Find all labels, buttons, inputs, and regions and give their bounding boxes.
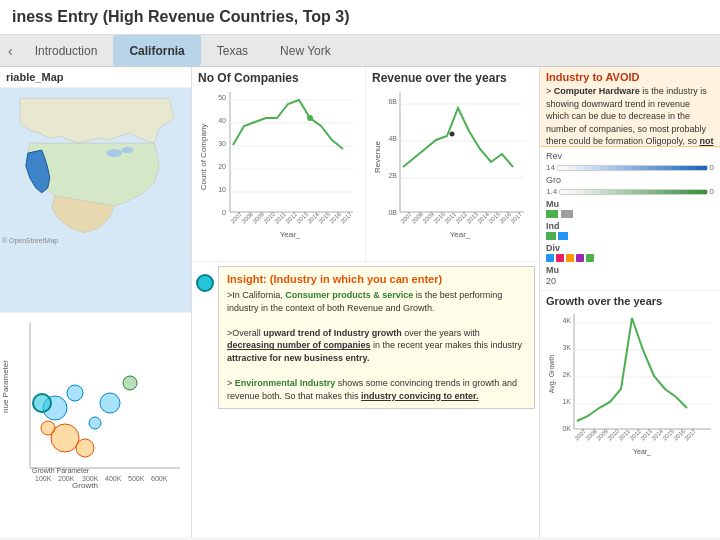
svg-point-22: [123, 376, 137, 390]
svg-text:2B: 2B: [388, 172, 397, 179]
svg-point-2: [121, 147, 133, 153]
insight-title: Insight: (Industry in which you can ente…: [227, 273, 526, 285]
svg-text:200K: 200K: [58, 475, 75, 482]
svg-text:2017: 2017: [683, 428, 697, 442]
svg-text:600K: 600K: [151, 475, 168, 482]
tab-introduction[interactable]: Introduction: [19, 35, 114, 66]
svg-text:Year_: Year_: [633, 448, 651, 456]
growth-chart-area: Growth over the years Avg. Growth 0K 1K …: [540, 291, 720, 537]
main-content: riable_Map © OpenStreetMap: [0, 67, 720, 537]
svg-text:Year_: Year_: [450, 230, 471, 239]
tab-arrow-left[interactable]: ‹: [8, 43, 13, 59]
svg-text:500K: 500K: [128, 475, 145, 482]
left-panel: riable_Map © OpenStreetMap: [0, 67, 192, 537]
center-panel: No Of Companies Count of Company 0 10 20…: [192, 67, 540, 537]
growth-title: Growth over the years: [546, 295, 714, 307]
scatter-svg: nue Parameter Growth 100K 200K 300K 400K…: [0, 313, 185, 503]
svg-text:20: 20: [218, 163, 226, 170]
svg-text:Avg. Growth: Avg. Growth: [548, 355, 556, 393]
header: iness Entry (High Revenue Countries, Top…: [0, 0, 720, 35]
svg-point-18: [100, 393, 120, 413]
revenue-chart: Revenue over the years Revenue 0B 2B 4B …: [365, 67, 539, 261]
svg-text:1K: 1K: [562, 398, 571, 405]
map-container: © OpenStreetMap: [0, 88, 191, 312]
tab-newyork[interactable]: New York: [264, 35, 347, 66]
svg-text:10: 10: [218, 186, 226, 193]
svg-text:30: 30: [218, 140, 226, 147]
svg-text:3K: 3K: [562, 344, 571, 351]
svg-text:4B: 4B: [388, 135, 397, 142]
mul2-label: Mu: [546, 265, 714, 275]
tabs-bar: ‹ Introduction California Texas New York: [0, 35, 720, 67]
svg-point-20: [76, 439, 94, 457]
mul-label: Mu: [546, 199, 714, 209]
rev-label: Rev: [546, 151, 714, 161]
growth-svg: Avg. Growth 0K 1K 2K 3K 4K Year_ 2007 20…: [546, 309, 716, 464]
svg-text:0B: 0B: [388, 209, 397, 216]
legend-area: Rev 14 0 Gro 1.4 0 Mu Ind Div: [540, 147, 720, 291]
svg-text:6B: 6B: [388, 98, 397, 105]
insight-text: >In California, Consumer products & serv…: [227, 289, 526, 402]
avoid-title: Industry to AVOID: [546, 71, 714, 83]
svg-text:© OpenStreetMap: © OpenStreetMap: [2, 237, 58, 245]
ind-label: Ind: [546, 221, 714, 231]
svg-text:Growth Parameter: Growth Parameter: [32, 467, 90, 474]
right-panel: Industry to AVOID > Computer Hardware is…: [540, 67, 720, 537]
growth-label: Gro: [546, 175, 714, 185]
svg-point-17: [89, 417, 101, 429]
svg-text:50: 50: [218, 94, 226, 101]
svg-text:40: 40: [218, 117, 226, 124]
map-title: riable_Map: [0, 67, 191, 88]
svg-text:2017: 2017: [509, 211, 523, 225]
svg-text:100K: 100K: [35, 475, 52, 482]
svg-text:Revenue: Revenue: [373, 140, 382, 173]
tab-texas[interactable]: Texas: [201, 35, 264, 66]
insight-section: Insight: (Industry in which you can ente…: [192, 262, 539, 537]
svg-text:0: 0: [222, 209, 226, 216]
map-svg: © OpenStreetMap: [0, 88, 191, 248]
svg-text:0K: 0K: [562, 425, 571, 432]
svg-text:Count of Company: Count of Company: [199, 124, 208, 191]
svg-point-23: [33, 394, 51, 412]
svg-text:Year_: Year_: [280, 230, 301, 239]
scatter-area: nue Parameter Growth 100K 200K 300K 400K…: [0, 312, 191, 537]
svg-point-50: [307, 115, 313, 121]
svg-text:4K: 4K: [562, 317, 571, 324]
revenue-svg: Revenue 0B 2B 4B 6B 2007 2008 2009 2010 …: [372, 87, 527, 242]
insight-dot: [196, 274, 214, 292]
avoid-text: > Computer Hardware is the industry is s…: [546, 85, 714, 147]
svg-text:400K: 400K: [105, 475, 122, 482]
svg-text:2K: 2K: [562, 371, 571, 378]
avoid-box: Industry to AVOID > Computer Hardware is…: [540, 67, 720, 147]
svg-text:2017: 2017: [339, 211, 353, 225]
companies-title: No Of Companies: [198, 71, 359, 85]
svg-point-21: [41, 421, 55, 435]
companies-svg: Count of Company 0 10 20 30 40 50 2007: [198, 87, 358, 242]
div-label: Div: [546, 243, 714, 253]
svg-text:nue Parameter: nue Parameter: [1, 360, 10, 413]
page-title: iness Entry (High Revenue Countries, Top…: [12, 8, 350, 26]
svg-text:300K: 300K: [82, 475, 99, 482]
tab-california[interactable]: California: [113, 35, 200, 66]
svg-text:Growth: Growth: [72, 481, 98, 490]
charts-top: No Of Companies Count of Company 0 10 20…: [192, 67, 539, 262]
svg-point-1: [106, 149, 122, 157]
insight-box: Insight: (Industry in which you can ente…: [218, 266, 535, 409]
svg-point-73: [450, 132, 455, 137]
companies-chart: No Of Companies Count of Company 0 10 20…: [192, 67, 365, 261]
svg-point-16: [67, 385, 83, 401]
revenue-title: Revenue over the years: [372, 71, 533, 85]
